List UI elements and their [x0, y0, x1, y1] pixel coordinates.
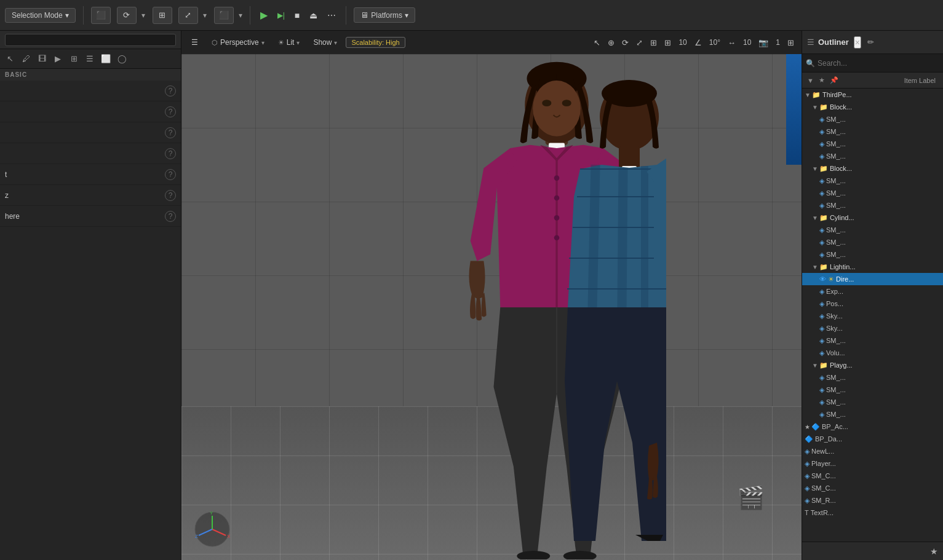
maximize-icon-button[interactable]: ⤢ — [634, 37, 645, 49]
tree-item-block2[interactable]: ▼ 📁 Block... — [802, 162, 943, 175]
scalability-badge[interactable]: Scalability: High — [346, 37, 405, 48]
tree-item-smR[interactable]: ◈ SM_R... — [802, 494, 943, 507]
stop-button[interactable]: ■ — [292, 8, 302, 23]
hamburger-menu-button[interactable]: ☰ — [186, 36, 203, 49]
help-icon-6[interactable]: ? — [165, 211, 176, 222]
snap-button-2[interactable]: ⤢ — [178, 7, 198, 24]
help-icon-1[interactable]: ? — [165, 106, 176, 117]
tree-item-sm4[interactable]: ◈ SM_... — [802, 150, 943, 162]
lit-button[interactable]: ☀ Lit ▾ — [273, 36, 305, 49]
mesh-icon-pos: ◈ — [819, 300, 824, 308]
tree-item-sm15[interactable]: ◈ SM_... — [802, 408, 943, 420]
icon-btn-grid[interactable]: ⊞ — [66, 52, 81, 66]
angle-icon-button[interactable]: ∠ — [692, 37, 704, 49]
star-bpac: ★ — [805, 424, 810, 430]
tree-item-smC1[interactable]: ◈ SM_C... — [802, 470, 943, 482]
snap-button[interactable]: ⊞ — [153, 7, 172, 24]
icon-btn-box[interactable]: ⬜ — [98, 52, 113, 66]
tree-item-dire[interactable]: 👁 ☀ Dire... — [802, 273, 943, 285]
platforms-button[interactable]: 🖥 Platforms ▾ — [354, 7, 415, 23]
tree-label-newl: NewL... — [811, 448, 834, 455]
outliner-search-input[interactable] — [818, 59, 939, 68]
select-icon-button[interactable]: ↖ — [591, 37, 603, 49]
step-button[interactable]: ▶| — [275, 9, 287, 22]
perspective-button[interactable]: ⬡ Perspective ▾ — [207, 36, 269, 49]
tree-label-sm5: SM_... — [826, 177, 846, 184]
filter-icon[interactable]: ▼ — [807, 77, 814, 84]
tree-item-pos[interactable]: ◈ Pos... — [802, 298, 943, 310]
cam-icon-button[interactable]: 📷 — [756, 37, 771, 49]
left-search-input[interactable] — [5, 34, 176, 46]
main-area: ↖ 🖊 🎞 ▶ ⊞ ☰ ⬜ ◯ BASIC ? ? ? ? t ? — [0, 31, 943, 560]
scale-icon-button[interactable]: ↔ — [725, 37, 738, 49]
grid-icon-button[interactable]: ⊞ — [648, 37, 659, 49]
play-button[interactable]: ▶ — [258, 7, 270, 23]
tree-item-sm12[interactable]: ◈ SM_... — [802, 371, 943, 384]
transform-button-1[interactable]: ⬛ — [91, 7, 111, 24]
extra-dropdown[interactable]: ▾ — [239, 11, 242, 20]
tree-item-sm11[interactable]: ◈ SM_... — [802, 334, 943, 347]
grid2-icon-button[interactable]: ⊞ — [662, 37, 674, 49]
transform-button-2[interactable]: ⟳ — [117, 7, 137, 24]
tree-item-textR[interactable]: T TextR... — [802, 507, 943, 519]
tree-item-exp[interactable]: ◈ Exp... — [802, 285, 943, 298]
blue-accent — [786, 54, 802, 165]
icon-btn-play[interactable]: ▶ — [50, 52, 65, 66]
tree-item-playg[interactable]: ▼ 📁 Playg... — [802, 359, 943, 371]
help-icon-2[interactable]: ? — [165, 127, 176, 138]
tree-item-sm1[interactable]: ◈ SM_... — [802, 113, 943, 125]
help-icon-5[interactable]: ? — [165, 190, 176, 201]
add-icon-button[interactable]: ⊕ — [605, 37, 617, 49]
icon-btn-pointer[interactable]: ↖ — [2, 52, 17, 66]
tree-label-sm12: SM_... — [826, 374, 846, 381]
icon-btn-circle[interactable]: ◯ — [114, 52, 129, 66]
tree-item-thirdpe[interactable]: ▼ 📁 ThirdPe... — [802, 89, 943, 101]
grid-number-1: 10 — [676, 37, 689, 48]
tree-item-lightin[interactable]: ▼ 📁 Lightin... — [802, 261, 943, 273]
tree-item-bpda[interactable]: 🔷 BP_Da... — [802, 433, 943, 445]
sync-icon-button[interactable]: ⟳ — [619, 37, 631, 49]
tree-item-sm6[interactable]: ◈ SM_... — [802, 187, 943, 199]
icon-btn-film[interactable]: 🎞 — [34, 52, 49, 66]
tree-item-sm5[interactable]: ◈ SM_... — [802, 175, 943, 187]
extra-button[interactable]: ⬛ — [214, 7, 234, 24]
tree-item-sm13[interactable]: ◈ SM_... — [802, 384, 943, 396]
icon-btn-layers[interactable]: ☰ — [82, 52, 97, 66]
tree-item-sm10[interactable]: ◈ SM_... — [802, 248, 943, 261]
selection-mode-button[interactable]: Selection Mode ▾ — [5, 8, 76, 23]
bottom-star[interactable]: ★ — [930, 546, 938, 556]
star-filter-icon[interactable]: ★ — [819, 76, 825, 84]
help-icon-4[interactable]: ? — [165, 169, 176, 180]
tree-item-smC2[interactable]: ◈ SM_C... — [802, 482, 943, 494]
tree-item-sm7[interactable]: ◈ SM_... — [802, 199, 943, 211]
layout-icon-button[interactable]: ⊞ — [785, 37, 797, 49]
mesh-icon-sm2: ◈ — [819, 128, 824, 136]
snap-dropdown[interactable]: ▾ — [203, 11, 207, 20]
transform-dropdown-1[interactable]: ▾ — [141, 11, 145, 20]
pin-icon[interactable]: 📌 — [830, 76, 838, 84]
tree-item-volu[interactable]: ◈ Volu... — [802, 347, 943, 359]
tree-item-sm14[interactable]: ◈ SM_... — [802, 396, 943, 408]
more-button[interactable]: ⋯ — [325, 8, 338, 23]
viewport[interactable]: 🎬 X Y Z ☰ ⬡ Perspective ▾ ☀ Lit — [181, 31, 802, 560]
tree-item-newl[interactable]: ◈ NewL... — [802, 445, 943, 457]
tree-item-sm9[interactable]: ◈ SM_... — [802, 236, 943, 248]
mesh-icon-newl: ◈ — [805, 448, 810, 455]
icon-btn-paint[interactable]: 🖊 — [18, 52, 33, 66]
tree-item-sm8[interactable]: ◈ SM_... — [802, 224, 943, 236]
help-icon-0[interactable]: ? — [165, 85, 176, 97]
outliner-edit-icon[interactable]: ✏ — [867, 37, 874, 47]
tree-item-sky2[interactable]: ◈ Sky... — [802, 322, 943, 334]
tree-item-sm3[interactable]: ◈ SM_... — [802, 138, 943, 150]
outliner-close-button[interactable]: × — [854, 36, 861, 49]
tree-item-cylind[interactable]: ▼ 📁 Cylind... — [802, 211, 943, 224]
show-button[interactable]: Show ▾ — [308, 36, 342, 49]
help-icon-3[interactable]: ? — [165, 148, 176, 159]
tree-item-block1[interactable]: ▼ 📁 Block... — [802, 101, 943, 113]
tree-item-player[interactable]: ◈ Player... — [802, 457, 943, 470]
visibility-icon-dire: 👁 — [819, 275, 826, 283]
eject-button[interactable]: ⏏ — [307, 8, 320, 23]
tree-item-bpac[interactable]: ★ 🔷 BP_Ac... — [802, 420, 943, 433]
tree-item-sky1[interactable]: ◈ Sky... — [802, 310, 943, 322]
tree-item-sm2[interactable]: ◈ SM_... — [802, 125, 943, 138]
